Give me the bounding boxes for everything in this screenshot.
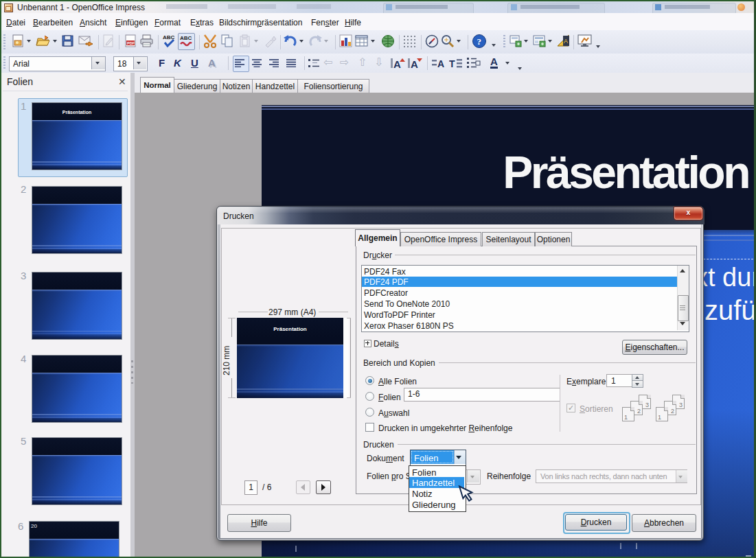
svg-text:A: A <box>393 58 401 70</box>
svg-text:ABC: ABC <box>180 35 192 41</box>
svg-text:A: A <box>411 58 418 70</box>
svg-text:A: A <box>564 38 568 45</box>
svg-text:A: A <box>437 58 444 69</box>
svg-text:?: ? <box>477 36 482 47</box>
svg-text:T: T <box>449 58 455 69</box>
svg-text:PDF: PDF <box>127 41 135 45</box>
